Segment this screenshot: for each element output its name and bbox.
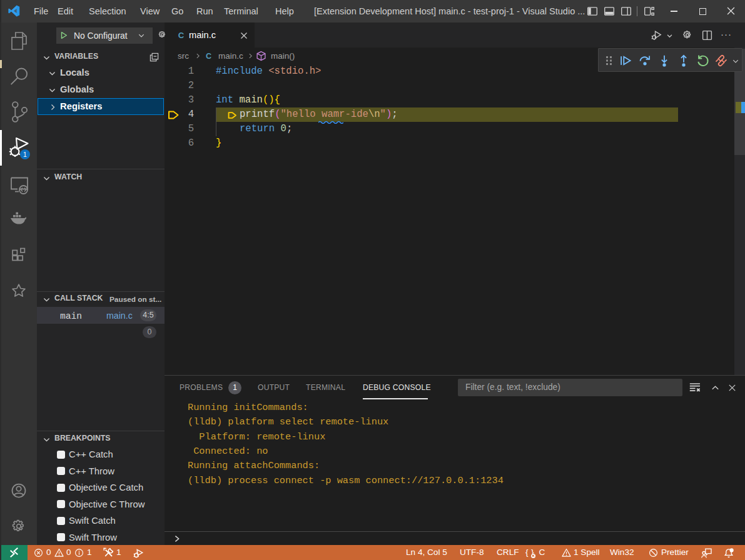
svg-text:C: C [178, 31, 185, 40]
svg-text:C: C [206, 52, 211, 61]
